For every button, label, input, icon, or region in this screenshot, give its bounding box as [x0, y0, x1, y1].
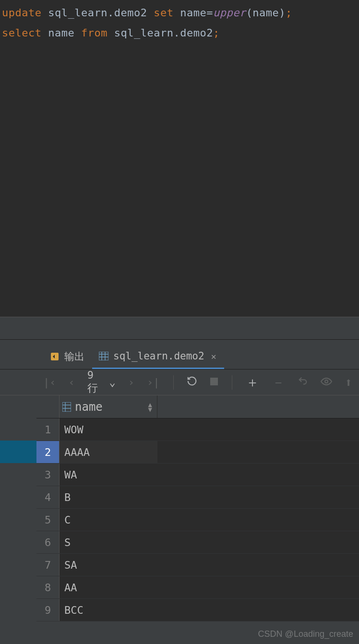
- cell-name[interactable]: BCC: [60, 599, 157, 621]
- row-number[interactable]: 9: [36, 599, 60, 621]
- result-tabs: 输出 sql_learn.demo2 ✕: [36, 340, 359, 370]
- row-number[interactable]: 2: [36, 441, 60, 463]
- rownum-header[interactable]: [36, 395, 60, 418]
- svg-point-7: [325, 380, 328, 383]
- remove-row-icon[interactable]: －: [272, 373, 285, 392]
- table-row[interactable]: 4B: [36, 486, 359, 509]
- next-page-icon[interactable]: ›: [128, 376, 134, 388]
- watermark: CSDN @Loading_create: [258, 629, 353, 639]
- row-number[interactable]: 5: [36, 509, 60, 531]
- result-toolbar: |‹ ‹ 9 行 ⌄ › ›| ＋ － ⬆: [36, 370, 359, 395]
- column-icon: [62, 402, 71, 412]
- cell-name[interactable]: AAAA: [60, 441, 157, 463]
- table-row[interactable]: 7SA: [36, 554, 359, 576]
- commit-icon[interactable]: ⬆: [345, 375, 352, 390]
- grid-header: name ▲▼: [36, 395, 359, 418]
- cell-name[interactable]: C: [60, 509, 157, 531]
- column-name-label: name: [75, 400, 103, 414]
- table-row[interactable]: 9BCC: [36, 599, 359, 621]
- svg-rect-1: [99, 352, 108, 360]
- row-count-label: 9 行: [87, 369, 107, 395]
- table-row[interactable]: 2AAAA: [36, 441, 359, 464]
- keyword-from: from: [81, 27, 108, 39]
- table-row[interactable]: 1WOW: [36, 418, 359, 441]
- tab-data[interactable]: sql_learn.demo2 ✕: [92, 346, 224, 369]
- table-icon: [99, 352, 108, 360]
- tab-data-label: sql_learn.demo2: [113, 350, 204, 362]
- tab-output-label: 输出: [64, 350, 84, 363]
- table-row[interactable]: 8AA: [36, 576, 359, 599]
- row-count-dropdown[interactable]: 9 行 ⌄: [87, 369, 116, 395]
- cell-name[interactable]: B: [60, 486, 157, 508]
- gutter-active-highlight: [0, 441, 36, 463]
- row-number[interactable]: 6: [36, 531, 60, 553]
- cell-name[interactable]: S: [60, 531, 157, 553]
- grid-body: 1WOW2AAAA3WA4B5C6S7SA8AA9BCC: [36, 418, 359, 621]
- table-row[interactable]: 3WA: [36, 464, 359, 486]
- stop-icon[interactable]: [210, 376, 218, 388]
- revert-icon[interactable]: [298, 376, 308, 389]
- toolbar-separator: [232, 375, 232, 390]
- close-icon[interactable]: ✕: [211, 351, 216, 361]
- row-number[interactable]: 7: [36, 554, 60, 576]
- row-number[interactable]: 3: [36, 464, 60, 486]
- keyword-set: set: [154, 7, 173, 19]
- last-page-icon[interactable]: ›|: [147, 376, 160, 388]
- keyword-select: select: [2, 27, 41, 39]
- data-grid: name ▲▼ 1WOW2AAAA3WA4B5C6S7SA8AA9BCC: [36, 395, 359, 621]
- table-row[interactable]: 5C: [36, 509, 359, 531]
- toolbar-separator: [173, 375, 174, 390]
- cell-name[interactable]: WOW: [60, 418, 157, 441]
- results-area: 输出 sql_learn.demo2 ✕ |‹ ‹ 9 行 ⌄ › ›|: [36, 340, 359, 644]
- preview-icon[interactable]: [321, 376, 332, 388]
- code-line-2[interactable]: select name from sql_learn.demo2;: [2, 23, 357, 43]
- cell-name[interactable]: AA: [60, 576, 157, 598]
- table-row[interactable]: 6S: [36, 531, 359, 554]
- svg-rect-8: [62, 402, 71, 412]
- chevron-down-icon: ⌄: [109, 376, 116, 388]
- panel-gutter: [0, 340, 36, 644]
- cell-name[interactable]: SA: [60, 554, 157, 576]
- panel-divider[interactable]: [0, 317, 359, 340]
- results-panel: 输出 sql_learn.demo2 ✕ |‹ ‹ 9 行 ⌄ › ›|: [0, 340, 359, 644]
- first-page-icon[interactable]: |‹: [43, 376, 56, 388]
- output-icon: [50, 352, 60, 361]
- row-number[interactable]: 1: [36, 418, 60, 441]
- tab-output[interactable]: 输出: [43, 345, 92, 369]
- cell-name[interactable]: WA: [60, 464, 157, 486]
- code-line-1[interactable]: update sql_learn.demo2 set name=upper(na…: [2, 3, 357, 23]
- row-number[interactable]: 4: [36, 486, 60, 508]
- function-upper: upper: [213, 7, 246, 19]
- svg-rect-6: [210, 378, 218, 385]
- keyword-update: update: [2, 7, 41, 19]
- column-header-name[interactable]: name ▲▼: [60, 395, 157, 418]
- reload-icon[interactable]: [187, 376, 197, 389]
- add-row-icon[interactable]: ＋: [246, 373, 259, 392]
- row-number[interactable]: 8: [36, 576, 60, 598]
- sort-icon[interactable]: ▲▼: [148, 402, 152, 412]
- sql-editor[interactable]: update sql_learn.demo2 set name=upper(na…: [0, 0, 359, 317]
- prev-page-icon[interactable]: ‹: [69, 376, 75, 388]
